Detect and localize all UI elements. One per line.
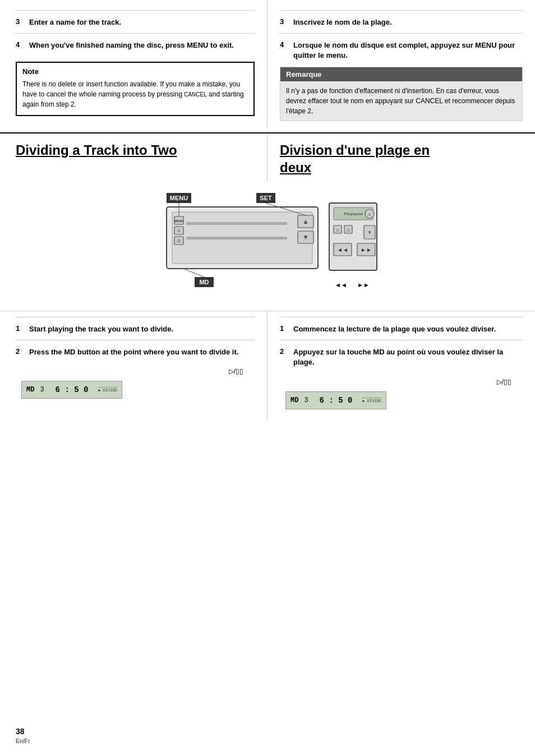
note-box: Note There is no delete or insert functi…: [16, 62, 255, 116]
time-display: 6 : 5 0: [56, 385, 89, 394]
step-number: 3: [16, 17, 24, 27]
bottom-step-1-left: 1 Start playing the track you want to di…: [16, 317, 255, 340]
step-text: When you've finished naming the disc, pr…: [29, 40, 234, 50]
step-number: 4: [16, 40, 24, 50]
svg-rect-2: [186, 222, 287, 225]
step-3-right: 3 Inscrivez le nom de la plage.: [280, 10, 523, 33]
svg-text:▼: ▼: [367, 230, 372, 235]
bottom-step-2-left: 2 Press the MD button at the point where…: [16, 340, 255, 363]
md-display-left: MD 3 6 : 5 0 ▶ DIVIDE: [21, 381, 122, 399]
bottom-steps: 1 Start playing the track you want to di…: [0, 311, 535, 421]
svg-text:⊙: ⊙: [368, 213, 371, 216]
step-text: Press the MD button at the point where y…: [29, 347, 238, 357]
bottom-step-1-right: 1 Commencez la lecture de la plage que v…: [280, 317, 523, 340]
divide-label: ▶ DIVIDE: [98, 387, 117, 393]
svg-text:⊡: ⊡: [347, 228, 350, 232]
step-3-left: 3 Enter a name for the track.: [16, 10, 255, 33]
section-title-left: Dividing a Track into Two: [16, 141, 255, 159]
time-display-r: 6 : 5 0: [320, 396, 353, 405]
svg-text:⊡: ⊡: [177, 239, 181, 243]
svg-text:MENU: MENU: [174, 219, 183, 223]
step-number: 1: [16, 324, 24, 334]
remarque-title: Remarque: [280, 67, 522, 81]
svg-text:MD: MD: [199, 279, 209, 285]
svg-rect-3: [186, 237, 287, 239]
svg-text:◄◄: ◄◄: [335, 282, 347, 288]
note-title: Note: [22, 67, 248, 76]
svg-text:◄◄: ◄◄: [337, 247, 348, 253]
svg-text:▲: ▲: [302, 218, 309, 225]
section-heading-right: Division d'une plage en deux: [268, 133, 535, 182]
svg-text:►►: ►►: [357, 282, 370, 288]
section-heading-left: Dividing a Track into Two: [0, 133, 268, 182]
play-pause-symbol: ▷/▯▯: [16, 367, 255, 375]
md-display-right: MD 3 6 : 5 0 ▶ DIVIDE: [285, 391, 386, 409]
device-diagram-svg: MENU ⊙ ⊡ ▲ ▼ Phoneme ⊙ ⊙ ⊡ ▼: [150, 187, 385, 299]
md-label: MD: [26, 386, 34, 394]
remarque-box: Remarque Il n'y a pas de fonction d'effa…: [280, 67, 523, 121]
step-text: Commencez la lecture de la plage que vou…: [293, 324, 496, 334]
step-text: Start playing the track you want to divi…: [29, 324, 173, 334]
bottom-right: 1 Commencez la lecture de la plage que v…: [268, 311, 535, 421]
step-number: 2: [280, 347, 288, 367]
svg-text:SET: SET: [260, 195, 272, 201]
track-number: 3: [40, 386, 44, 394]
svg-text:⊙: ⊙: [336, 228, 339, 232]
svg-text:⊙: ⊙: [177, 229, 181, 233]
bottom-step-2-right: 2 Appuyez sur la touche MD au point où v…: [280, 340, 523, 373]
step-number: 2: [16, 347, 24, 357]
page-number: 38: [16, 727, 25, 736]
track-number-r: 3: [304, 397, 308, 404]
diagram-area: MENU ⊙ ⊡ ▲ ▼ Phoneme ⊙ ⊙ ⊡ ▼: [0, 182, 535, 311]
section-heading-row: Dividing a Track into Two Division d'une…: [0, 132, 535, 182]
page-footer: 38 En/Fr: [16, 727, 30, 745]
step-4-right: 4 Lorsque le nom du disque est complet, …: [280, 33, 523, 66]
step-number: 1: [280, 324, 288, 334]
md-label-r: MD: [290, 397, 298, 404]
step-text: Appuyez sur la touche MD au point où vou…: [293, 347, 523, 367]
svg-text:►►: ►►: [361, 247, 372, 253]
svg-text:Phoneme: Phoneme: [344, 211, 363, 216]
remarque-body: Il n'y a pas de fonction d'effacement ni…: [280, 81, 522, 121]
play-pause-symbol-right: ▷/▯▯: [280, 378, 523, 386]
page-lang: En/Fr: [16, 738, 30, 744]
svg-text:MENU: MENU: [170, 195, 188, 201]
svg-line-37: [183, 269, 204, 277]
step-number: 3: [280, 17, 288, 27]
step-text: Enter a name for the track.: [29, 17, 121, 27]
bottom-left: 1 Start playing the track you want to di…: [0, 311, 268, 421]
step-text: Inscrivez le nom de la plage.: [293, 17, 392, 27]
svg-text:▼: ▼: [302, 233, 309, 241]
divide-label-r: ▶ DIVIDE: [362, 398, 381, 403]
step-number: 4: [280, 40, 288, 61]
step-text: Lorsque le nom du disque est complet, ap…: [293, 40, 523, 61]
note-body: There is no delete or insert function av…: [22, 79, 248, 109]
step-4-left: 4 When you've finished naming the disc, …: [16, 33, 255, 56]
section-title-right: Division d'une plage en deux: [280, 141, 523, 176]
